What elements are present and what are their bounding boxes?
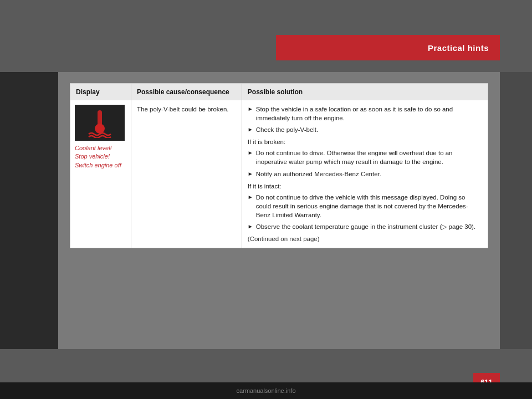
bullet-arrow-2: ►	[248, 126, 253, 134]
solution-bullet-5: ► Do not continue to drive the vehicle w…	[248, 193, 482, 219]
watermark-text: carmanualsonline.info	[236, 387, 295, 394]
bullet-arrow-3: ►	[248, 149, 253, 157]
solution-bullet-4: ► Notify an authorized Mercedes-Benz Cen…	[248, 170, 482, 178]
solution-bullet-1-text: Stop the vehicle in a safe location or a…	[256, 105, 482, 122]
display-line-3: Switch engine off	[75, 161, 126, 170]
svg-point-1	[95, 124, 105, 134]
warning-icon-box	[75, 105, 125, 141]
solution-cell: ► Stop the vehicle in a safe location or…	[242, 100, 488, 248]
solution-bullet-2-text: Check the poly-V-belt.	[256, 125, 319, 134]
solution-bullet-3: ► Do not continue to drive. Otherwise th…	[248, 149, 482, 166]
continued-text: (Continued on next page)	[248, 234, 482, 243]
solution-bullet-5-text: Do not continue to drive the vehicle wit…	[256, 193, 482, 219]
solution-bullet-6-text: Observe the coolant temperature gauge in…	[256, 222, 475, 231]
solution-bullet-3-text: Do not continue to drive. Otherwise the …	[256, 149, 482, 166]
if-broken-label: If it is broken:	[248, 137, 482, 146]
watermark-bar: carmanualsonline.info	[0, 382, 532, 399]
display-line-2: Stop vehicle!	[75, 152, 126, 161]
table-row: Coolant level! Stop vehicle! Switch engi…	[70, 100, 488, 248]
data-table: Display Possible cause/consequence Possi…	[70, 83, 488, 248]
display-text: Coolant level! Stop vehicle! Switch engi…	[75, 144, 126, 170]
coolant-warning-icon	[83, 108, 116, 138]
if-intact-label: If it is intact:	[248, 182, 482, 191]
table-header-row: Display Possible cause/consequence Possi…	[70, 84, 488, 101]
col-cause: Possible cause/consequence	[131, 84, 242, 101]
solution-bullet-4-text: Notify an authorized Mercedes-Benz Cente…	[256, 170, 381, 178]
header-area: Practical hints	[0, 0, 532, 72]
col-display: Display	[70, 84, 131, 101]
bullet-arrow-5: ►	[248, 193, 253, 201]
page-title: Practical hints	[428, 43, 489, 53]
solution-bullet-6: ► Observe the coolant temperature gauge …	[248, 222, 482, 231]
bullet-arrow-6: ►	[248, 223, 253, 231]
header-banner: Practical hints	[276, 35, 500, 60]
solution-bullet-2: ► Check the poly-V-belt.	[248, 125, 482, 134]
solution-bullet-1: ► Stop the vehicle in a safe location or…	[248, 105, 482, 122]
display-line-1: Coolant level!	[75, 144, 126, 152]
display-cell: Coolant level! Stop vehicle! Switch engi…	[70, 100, 131, 248]
col-solution: Possible solution	[242, 84, 488, 101]
cause-text: The poly-V-belt could be broken.	[137, 106, 229, 112]
bullet-arrow-1: ►	[248, 105, 253, 113]
main-content: Display Possible cause/consequence Possi…	[58, 72, 500, 349]
bullet-arrow-4: ►	[248, 170, 253, 178]
cause-cell: The poly-V-belt could be broken.	[131, 100, 242, 248]
